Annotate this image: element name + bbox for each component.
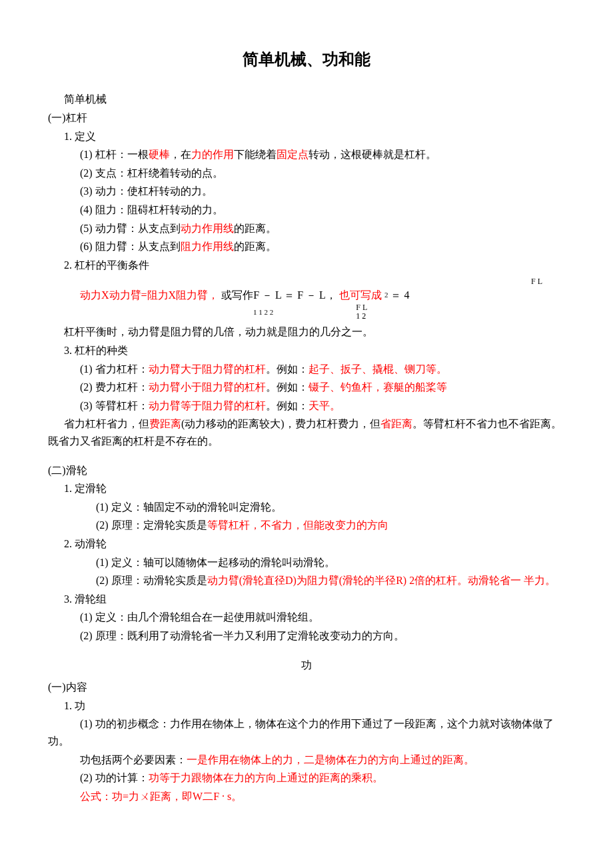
heading-movable-pulley: 2. 动滑轮 — [64, 535, 565, 553]
text: 下能绕着 — [234, 149, 277, 160]
text: 。例如： — [266, 400, 308, 411]
highlight: 等臂杠杆，不省力，但能改变力的方向 — [207, 519, 388, 531]
text: (2) 功的计算： — [80, 772, 149, 783]
pulley-group-principle: (2) 原理：既利用了动滑轮省一半力又利用了定滑轮改变动力的方向。 — [80, 627, 565, 645]
text: (动力移动的距离较大)，费力杠杆费力，但 — [181, 418, 380, 429]
text: (1) 杠杆：一根 — [80, 149, 149, 160]
highlight: 固定点 — [277, 149, 308, 160]
text: 功包括两个必要因素： — [80, 754, 187, 765]
lever-summary: 省力杠杆省力，但费距离(动力移动的距离较大)，费力杠杆费力，但省距离。等臂杠杆不… — [48, 415, 565, 449]
highlight: 也可写成 — [339, 287, 382, 304]
section-work-heading: 功 — [48, 657, 565, 674]
text: (2) 原理：动滑轮实质是 — [96, 575, 207, 586]
text: (6) 阻力臂：从支点到 — [80, 241, 181, 252]
highlight: 省距离 — [380, 418, 412, 429]
definition-item: (2) 支点：杠杆绕着转动的点。 — [80, 165, 565, 182]
highlight: 起子、扳子、撬棍、铡刀等。 — [308, 363, 447, 375]
heading-definition: 1. 定义 — [64, 128, 565, 145]
text: 转动，这根硬棒就是杠杆。 — [308, 149, 436, 160]
text: ，在 — [170, 149, 191, 160]
definition-item: (1) 杠杆：一根硬棒，在力的作用下能绕着固定点转动，这根硬棒就是杠杆。 — [80, 146, 565, 163]
pulley-group-def: (1) 定义：由几个滑轮组合在一起使用就叫滑轮组。 — [80, 609, 565, 626]
definition-item: (4) 阻力：阻碍杠杆转动的力。 — [80, 201, 565, 219]
heading-work: 1. 功 — [64, 697, 565, 715]
definition-item: (3) 动力：使杠杆转动的力。 — [80, 183, 565, 200]
subscript-row: 1 1 2 2 — [253, 307, 273, 319]
work-factors: 功包括两个必要因素：一是作用在物体上的力，二是物体在力的方向上通过的距离。 — [80, 751, 565, 769]
text: (5) 动力臂：从支点到 — [80, 223, 181, 234]
highlight: 动力X动力臂=阻力X阻力臂， — [80, 287, 219, 304]
subscript: 2 — [384, 289, 388, 301]
lever-type-item: (2) 费力杠杆：动力臂小于阻力臂的杠杆。例如：镊子、钓鱼杆，赛艇的船桨等 — [80, 379, 565, 396]
highlight: 阻力作用线 — [181, 241, 234, 252]
fraction-top: F L — [531, 277, 542, 286]
text: 省力杠杆省力，但 — [64, 418, 149, 429]
highlight: 动力臂小于阻力臂的杠杆 — [149, 381, 266, 393]
text: (3) 等臂杠杆： — [80, 400, 149, 411]
fixed-pulley-principle: (2) 原理：定滑轮实质是等臂杠杆，不省力，但能改变力的方向 — [96, 517, 565, 534]
movable-pulley-principle: (2) 原理：动滑轮实质是动力臂(滑轮直径D)为阻力臂(滑轮的半径R) 2倍的杠… — [48, 572, 565, 589]
movable-pulley-def: (1) 定义：轴可以随物体一起移动的滑轮叫动滑轮。 — [96, 554, 565, 571]
text: ＝ — [390, 287, 401, 304]
highlight: 硬棒 — [149, 149, 170, 160]
text: 。例如： — [266, 381, 308, 393]
subsection-content: (一)内容 — [48, 679, 565, 696]
subsection-lever: (一)杠杆 — [48, 109, 565, 127]
work-concept: (1) 功的初步概念：力作用在物体上，物体在这个力的作用下通过了一段距离，这个力… — [48, 715, 565, 749]
work-formula: 公式：功=力ㄨ距离，即W二F · s。 — [80, 788, 565, 805]
heading-fixed-pulley: 1. 定滑轮 — [64, 480, 565, 497]
subsection-pulley: (二)滑轮 — [48, 462, 565, 479]
highlight: 天平。 — [308, 400, 340, 411]
fraction-bottom: F L 1 2 — [356, 303, 367, 321]
document-title: 简单机械、功和能 — [48, 47, 565, 72]
section-simple-machine: 简单机械 — [64, 91, 565, 108]
heading-lever-types: 3. 杠杆的种类 — [64, 342, 565, 359]
text: 的距离。 — [234, 241, 277, 252]
definition-item: (6) 阻力臂：从支点到阻力作用线的距离。 — [80, 238, 565, 255]
balance-note: 杠杆平衡时，动力臂是阻力臂的几倍，动力就是阻力的几分之一。 — [64, 323, 565, 341]
text: 或写作F － L ＝ F － L， — [221, 287, 336, 304]
highlight: 动力臂等于阻力臂的杠杆 — [149, 400, 266, 411]
highlight: 功等于力跟物体在力的方向上通过的距离的乘积。 — [149, 772, 383, 783]
highlight: 动力臂(滑轮直径D)为阻力臂(滑轮的半径R) 2倍的杠杆。动滑轮省一 半力。 — [207, 575, 556, 586]
highlight: 费距离 — [149, 418, 181, 429]
highlight: 镊子、钓鱼杆，赛艇的船桨等 — [308, 381, 447, 393]
formula-block: F L 动力X动力臂=阻力X阻力臂， 或写作F － L ＝ F － L， 也可写… — [80, 277, 565, 321]
highlight: 力的作用 — [191, 149, 234, 160]
highlight: 动力臂大于阻力臂的杠杆 — [149, 363, 266, 375]
heading-balance: 2. 杠杆的平衡条件 — [64, 257, 565, 274]
text: (2) 原理：定滑轮实质是 — [96, 519, 207, 531]
text: 4 — [404, 287, 409, 304]
highlight: 动力作用线 — [181, 223, 234, 234]
text: 。例如： — [266, 363, 308, 375]
highlight: 一是作用在物体上的力，二是物体在力的方向上通过的距离。 — [187, 754, 474, 765]
lever-type-item: (1) 省力杠杆：动力臂大于阻力臂的杠杆。例如：起子、扳子、撬棍、铡刀等。 — [80, 361, 565, 378]
text: 的距离。 — [234, 223, 277, 234]
heading-pulley-group: 3. 滑轮组 — [64, 591, 565, 608]
text: (1) 省力杠杆： — [80, 363, 149, 375]
definition-item: (5) 动力臂：从支点到动力作用线的距离。 — [80, 220, 565, 237]
lever-type-item: (3) 等臂杠杆：动力臂等于阻力臂的杠杆。例如：天平。 — [80, 397, 565, 415]
text: (2) 费力杠杆： — [80, 381, 149, 393]
work-calc: (2) 功的计算：功等于力跟物体在力的方向上通过的距离的乘积。 — [80, 769, 565, 787]
fixed-pulley-def: (1) 定义：轴固定不动的滑轮叫定滑轮。 — [96, 499, 565, 516]
